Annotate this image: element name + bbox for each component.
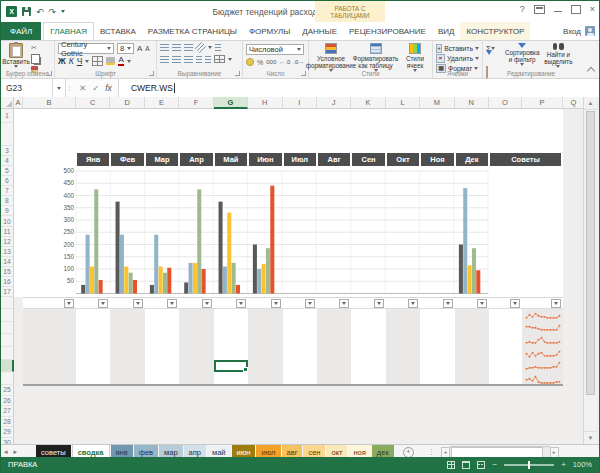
orientation-icon[interactable]	[195, 42, 206, 53]
filter-dropdown[interactable]	[64, 299, 74, 308]
sparkline[interactable]	[525, 335, 561, 347]
align-middle-icon[interactable]	[172, 44, 181, 51]
zoom-in-icon[interactable]: +	[561, 460, 566, 469]
filter-dropdown[interactable]	[510, 299, 520, 308]
sparkline[interactable]	[525, 348, 561, 360]
row-header-16[interactable]: 16	[1, 277, 14, 287]
maximize-icon[interactable]	[571, 5, 581, 14]
zoom-slider-thumb[interactable]	[528, 461, 530, 469]
row-header-29[interactable]: 29	[1, 427, 14, 438]
number-format-combo[interactable]: Числовой	[246, 44, 304, 55]
row-header-17[interactable]: 17	[1, 287, 14, 297]
column-header-I[interactable]: I	[283, 97, 317, 109]
row-header-8[interactable]: 8	[1, 196, 14, 206]
orientation-dropdown-icon[interactable]	[208, 46, 212, 49]
row-header-19[interactable]	[1, 309, 14, 322]
undo-icon[interactable]: ↶	[36, 7, 44, 17]
row-header-23[interactable]	[1, 360, 14, 373]
new-sheet-button[interactable]: +	[403, 447, 414, 458]
increase-indent-icon[interactable]	[205, 56, 211, 63]
tab-constructor[interactable]: КОНСТРУКТОР	[460, 22, 530, 40]
vertical-scroll-thumb[interactable]	[586, 111, 595, 395]
filter-dropdown[interactable]	[443, 299, 453, 308]
formula-bar-grip[interactable]: ⁞	[66, 79, 73, 97]
column-chart[interactable]: 50100150200250300350400450500	[63, 164, 489, 296]
tab-главная[interactable]: ГЛАВНАЯ	[43, 22, 94, 40]
tab-данные[interactable]: ДАННЫЕ	[296, 22, 343, 40]
merge-dropdown-icon[interactable]	[228, 58, 232, 61]
align-bottom-icon[interactable]	[184, 44, 193, 51]
sparkline[interactable]	[525, 310, 561, 322]
align-left-icon[interactable]	[160, 56, 169, 63]
scroll-left-icon[interactable]: ◂	[441, 447, 450, 458]
row-header-7[interactable]: 7	[1, 186, 14, 196]
row-header-11[interactable]: 11	[1, 227, 14, 237]
collapse-ribbon-icon[interactable]	[587, 67, 595, 75]
copy-icon[interactable]	[31, 54, 40, 64]
zoom-slider[interactable]	[504, 464, 554, 466]
row-header-12[interactable]: 12	[1, 237, 14, 247]
row-header-3[interactable]: 3	[1, 146, 14, 156]
minimize-icon[interactable]	[554, 11, 562, 12]
cancel-icon[interactable]: ✕	[79, 83, 86, 93]
paste-button[interactable]: Вставить	[4, 43, 28, 73]
align-right-icon[interactable]	[184, 56, 193, 63]
decrease-decimal-icon[interactable]: .0→	[293, 59, 304, 65]
row-header-6[interactable]: 6	[1, 176, 14, 186]
italic-button[interactable]: К	[69, 56, 74, 66]
tab-рецензирование[interactable]: РЕЦЕНЗИРОВАНИЕ	[343, 22, 432, 40]
scroll-up-icon[interactable]: ▲	[584, 97, 597, 110]
row-header-10[interactable]: 10	[1, 216, 14, 226]
filter-dropdown[interactable]	[236, 299, 246, 308]
number-dialog-launcher[interactable]	[301, 71, 306, 76]
underline-button[interactable]: Ч	[77, 56, 83, 66]
zoom-out-icon[interactable]: −	[492, 460, 497, 469]
normal-view-icon[interactable]	[447, 461, 455, 469]
column-header-H[interactable]: H	[248, 97, 282, 109]
increase-decimal-icon[interactable]: ←.0	[279, 59, 290, 65]
horizontal-scroll-thumb[interactable]	[451, 447, 543, 458]
qat-customize-icon[interactable]	[61, 10, 65, 13]
row-header-2[interactable]	[1, 123, 14, 146]
filter-dropdown[interactable]	[477, 299, 487, 308]
sparkline[interactable]	[525, 373, 561, 385]
font-dialog-launcher[interactable]	[149, 71, 154, 76]
row-header-5[interactable]: 5	[1, 166, 14, 176]
filter-dropdown[interactable]	[271, 299, 281, 308]
row-header-26[interactable]: 26	[1, 396, 14, 407]
filter-dropdown[interactable]	[408, 299, 418, 308]
row-header-22[interactable]	[1, 347, 14, 360]
enter-icon[interactable]: ✓	[92, 83, 99, 93]
insert-function-icon[interactable]: fx	[105, 83, 112, 93]
close-icon[interactable]: ×	[590, 4, 595, 14]
filter-dropdown[interactable]	[305, 299, 315, 308]
ribbon-display-options-icon[interactable]	[534, 5, 545, 14]
row-header-15[interactable]: 15	[1, 267, 14, 277]
column-header-D[interactable]: D	[110, 97, 144, 109]
column-header-N[interactable]: N	[455, 97, 489, 109]
page-break-view-icon[interactable]	[477, 461, 485, 469]
font-color-dropdown-icon[interactable]	[127, 60, 131, 63]
tab-вставка[interactable]: ВСТАВКА	[94, 22, 142, 40]
filter-dropdown[interactable]	[98, 299, 108, 308]
select-all-corner[interactable]	[1, 97, 14, 109]
row-header-18[interactable]	[1, 297, 14, 309]
tab-разметка страницы[interactable]: РАЗМЕТКА СТРАНИЦЫ	[142, 22, 243, 40]
column-header-P[interactable]: P	[522, 97, 563, 109]
row-header-1[interactable]: 1	[1, 109, 14, 123]
worksheet[interactable]: ЯнвФевМарАпрМайИюнИюлАвгСенОктНояДекСове…	[1, 97, 599, 444]
fill-button[interactable]	[486, 55, 504, 65]
selected-cell-G23[interactable]	[214, 360, 248, 373]
tab-вид[interactable]: ВИД	[432, 22, 461, 40]
filter-dropdown[interactable]	[133, 299, 143, 308]
row-header-4[interactable]: 4	[1, 156, 14, 166]
row-header-24[interactable]	[1, 373, 14, 386]
column-header-Q[interactable]: Q	[563, 97, 585, 109]
font-name-combo[interactable]: Century Gothic	[58, 43, 114, 54]
save-icon[interactable]	[22, 7, 31, 16]
row-header-28[interactable]: 28	[1, 417, 14, 428]
sparkline[interactable]	[525, 360, 561, 372]
insert-cells-button[interactable]: + Вставить	[436, 44, 479, 53]
row-header-27[interactable]: 27	[1, 406, 14, 417]
wrap-text-icon[interactable]	[215, 44, 221, 51]
